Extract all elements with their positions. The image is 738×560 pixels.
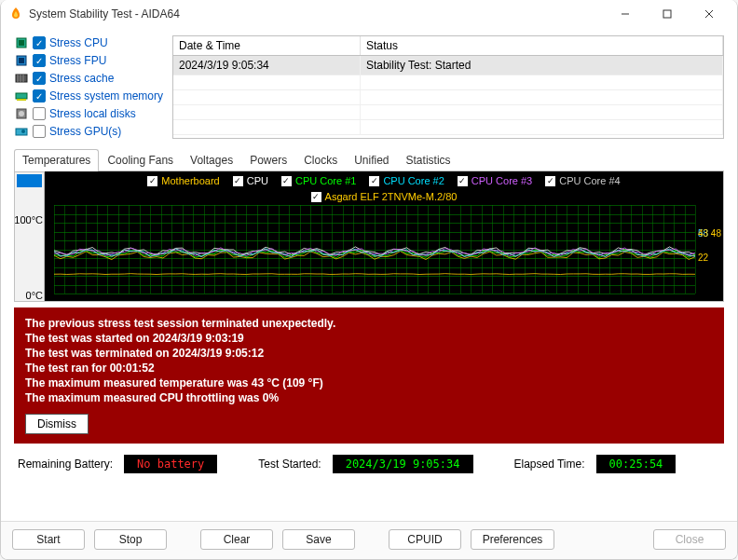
cpuid-button[interactable]: CPUID: [389, 529, 461, 550]
legend-checkbox[interactable]: ✓: [369, 176, 379, 186]
temperature-chart: 100°C 0°C ✓Motherboard✓CPU✓CPU Core #1✓C…: [44, 171, 724, 302]
legend-label: CPU Core #1: [295, 175, 356, 186]
alert-line: The previous stress test session termina…: [25, 317, 713, 330]
event-log-table[interactable]: Date & Time Status 2024/3/19 9:05:34Stab…: [172, 35, 724, 139]
gpu-icon: [14, 124, 29, 139]
legend-item[interactable]: ✓CPU Core #4: [545, 175, 620, 186]
clear-button[interactable]: Clear: [200, 529, 273, 550]
svg-rect-12: [16, 93, 27, 99]
elapsed-value: 00:25:54: [596, 455, 676, 473]
alert-panel: The previous stress test session termina…: [14, 307, 724, 444]
svg-point-17: [21, 130, 25, 133]
legend-item[interactable]: ✓CPU: [233, 175, 268, 186]
legend-item[interactable]: ✓CPU Core #1: [281, 175, 356, 186]
tab-temperatures[interactable]: Temperatures: [14, 149, 99, 171]
maximize-button[interactable]: [646, 0, 688, 28]
stress-label-3: Stress system memory: [49, 89, 163, 102]
legend-label: CPU Core #4: [559, 175, 620, 186]
elapsed-label: Elapsed Time:: [514, 458, 585, 471]
save-button[interactable]: Save: [282, 529, 355, 550]
alert-line: The maximum measured temperature was 43 …: [25, 376, 713, 389]
legend-checkbox[interactable]: ✓: [233, 176, 243, 186]
mem-icon: [14, 89, 29, 103]
chart-series-list[interactable]: [14, 171, 44, 302]
status-bar: Remaining Battery: No battery Test Start…: [14, 444, 724, 477]
close-dialog-button[interactable]: Close: [653, 529, 726, 550]
legend-item[interactable]: ✓CPU Core #2: [369, 175, 444, 186]
svg-rect-16: [16, 129, 27, 135]
fpu-icon: [14, 53, 29, 68]
svg-rect-1: [663, 10, 671, 18]
tab-bar: TemperaturesCooling FansVoltagesPowersCl…: [14, 148, 724, 171]
stop-button[interactable]: Stop: [94, 529, 167, 550]
tab-cooling-fans[interactable]: Cooling Fans: [99, 149, 182, 171]
stress-checkbox-2[interactable]: ✓: [33, 72, 46, 85]
plot-area: [54, 205, 695, 294]
event-col-datetime[interactable]: Date & Time: [173, 36, 360, 56]
legend-item[interactable]: ✓Asgard ELF 2TNVMe-M.2/80: [311, 191, 458, 202]
stress-option-0: ✓Stress CPU: [14, 35, 163, 50]
right-value-labels: 58 43 48 22: [698, 229, 721, 263]
tab-statistics[interactable]: Statistics: [398, 149, 459, 171]
tab-unified[interactable]: Unified: [346, 149, 397, 171]
close-button[interactable]: [688, 0, 730, 28]
legend-checkbox[interactable]: ✓: [311, 192, 321, 202]
svg-point-15: [19, 111, 24, 116]
stress-option-1: ✓Stress FPU: [14, 53, 163, 68]
legend-item[interactable]: ✓CPU Core #3: [458, 175, 532, 186]
alert-line: The test was terminated on 2024/3/19 9:0…: [25, 347, 713, 360]
svg-rect-5: [19, 40, 24, 46]
legend-label: CPU Core #2: [383, 175, 444, 186]
svg-rect-13: [17, 99, 26, 101]
stress-option-4: Stress local disks: [14, 106, 163, 121]
start-button[interactable]: Start: [12, 529, 85, 550]
legend-item[interactable]: ✓Motherboard: [147, 175, 219, 186]
legend-label: CPU: [247, 175, 268, 186]
stress-checkbox-4[interactable]: [33, 107, 46, 120]
svg-rect-7: [19, 58, 24, 63]
alert-line: The test was started on 2024/3/19 9:03:1…: [25, 332, 713, 345]
started-label: Test Started:: [258, 458, 321, 471]
dismiss-button[interactable]: Dismiss: [25, 414, 89, 434]
legend-label: Motherboard: [161, 175, 219, 186]
stress-label-2: Stress cache: [49, 72, 114, 85]
stress-label-0: Stress CPU: [49, 36, 108, 49]
preferences-button[interactable]: Preferences: [471, 529, 554, 550]
stress-label-4: Stress local disks: [49, 107, 136, 120]
legend-checkbox[interactable]: ✓: [458, 176, 468, 186]
started-value: 2024/3/19 9:05:34: [333, 455, 473, 473]
stress-checkbox-0[interactable]: ✓: [33, 36, 46, 49]
alert-line: The maximum measured CPU throttling was …: [25, 391, 713, 404]
legend-checkbox[interactable]: ✓: [147, 176, 157, 186]
alert-line: The test ran for 00:01:52: [25, 362, 713, 375]
cache-icon: [14, 71, 29, 86]
stress-option-5: Stress GPU(s): [14, 124, 163, 139]
legend-checkbox[interactable]: ✓: [281, 176, 292, 186]
button-row: Start Stop Clear Save CPUID Preferences …: [1, 521, 737, 559]
battery-label: Remaining Battery:: [18, 458, 113, 471]
event-datetime: 2024/3/19 9:05:34: [173, 56, 360, 75]
stress-option-3: ✓Stress system memory: [14, 89, 163, 103]
app-icon: [8, 7, 23, 21]
event-col-status[interactable]: Status: [360, 36, 722, 56]
event-row[interactable]: 2024/3/19 9:05:34Stability Test: Started: [173, 56, 722, 75]
disk-icon: [14, 106, 29, 121]
stress-checkbox-1[interactable]: ✓: [33, 54, 46, 67]
minimize-button[interactable]: [604, 0, 646, 28]
stress-checkbox-3[interactable]: ✓: [33, 89, 46, 102]
battery-value: No battery: [124, 455, 217, 473]
titlebar: System Stability Test - AIDA64: [1, 0, 737, 28]
legend-label: CPU Core #3: [472, 175, 532, 186]
chart-series-selection[interactable]: [17, 174, 42, 187]
app-window: System Stability Test - AIDA64 ✓Stress C…: [0, 0, 738, 560]
tab-powers[interactable]: Powers: [241, 149, 295, 171]
event-status: Stability Test: Started: [360, 56, 722, 75]
tab-voltages[interactable]: Voltages: [182, 149, 241, 171]
stress-label-5: Stress GPU(s): [49, 125, 121, 138]
window-title: System Stability Test - AIDA64: [29, 7, 604, 20]
legend-checkbox[interactable]: ✓: [545, 176, 555, 186]
tab-clocks[interactable]: Clocks: [295, 149, 346, 171]
cpu-icon: [14, 35, 29, 50]
stress-option-2: ✓Stress cache: [14, 71, 163, 86]
stress-checkbox-5[interactable]: [33, 125, 46, 138]
